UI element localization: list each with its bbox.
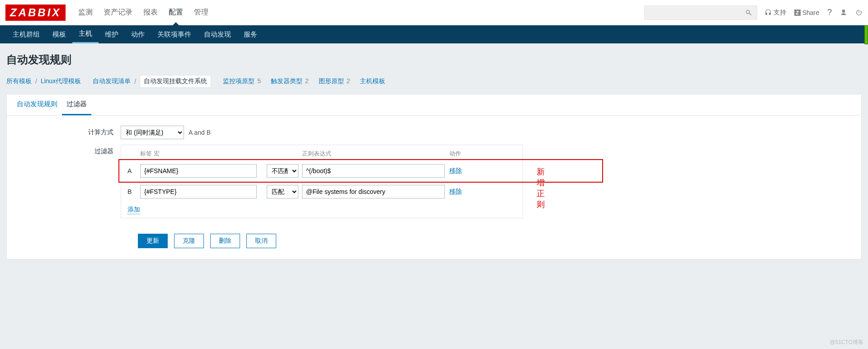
breadcrumb-link-item-prototypes[interactable]: 监控项原型 5 xyxy=(223,77,261,85)
breadcrumb-link-label: 主机模板 xyxy=(360,77,385,85)
share-label: Share xyxy=(802,9,819,16)
buttons-row: 更新 克隆 删除 取消 xyxy=(17,224,851,248)
sub-nav-hostgroups[interactable]: 主机群组 xyxy=(6,25,46,43)
main-nav: 监测 资产记录 报表 配置 管理 xyxy=(78,0,208,25)
add-filter-link[interactable]: 添加 xyxy=(127,206,140,214)
breadcrumb-template[interactable]: Linux代理模板 xyxy=(41,77,81,85)
share-link[interactable]: Z Share xyxy=(794,9,819,16)
sub-nav-templates[interactable]: 模板 xyxy=(46,25,72,43)
filter-row-tag: A xyxy=(127,167,140,174)
logo[interactable]: ZABBIX xyxy=(5,5,66,21)
sub-nav: 主机群组 模板 主机 维护 动作 关联项事件 自动发现 服务 xyxy=(0,25,868,43)
breadcrumb-link-label: 图形原型 xyxy=(319,77,344,85)
user-icon xyxy=(840,9,847,16)
form-area: 计算方式 和 (同时满足) A and B 过滤器 标签 宏 正则表达式 动作 xyxy=(7,116,861,248)
filter-row-a: A 不匹配 移除 xyxy=(121,160,523,181)
regex-input[interactable] xyxy=(302,185,445,198)
breadcrumb-sep: / xyxy=(134,78,136,85)
main-nav-configuration[interactable]: 配置 xyxy=(169,0,183,25)
breadcrumb: 所有模板 / Linux代理模板 自动发现清单 / 自动发现挂载文件系统 监控项… xyxy=(0,71,868,91)
operator-select[interactable]: 匹配 xyxy=(267,185,298,198)
sub-nav-discovery[interactable]: 自动发现 xyxy=(198,25,237,43)
page-title: 自动发现规则 xyxy=(6,52,862,67)
tab-discovery-rule[interactable]: 自动发现规则 xyxy=(12,94,62,115)
regex-input[interactable] xyxy=(302,164,445,178)
remove-link[interactable]: 移除 xyxy=(449,188,462,195)
annotation-text: 新增正则 xyxy=(537,166,545,210)
support-link[interactable]: 支持 xyxy=(764,9,786,17)
clone-button[interactable]: 克隆 xyxy=(174,234,204,248)
macro-input[interactable] xyxy=(140,185,257,198)
filter-row-b: B 匹配 移除 xyxy=(121,181,523,202)
breadcrumb-link-count: 5 xyxy=(257,77,261,85)
calc-label: 计算方式 xyxy=(17,126,121,137)
logout-link[interactable] xyxy=(855,9,863,16)
main-nav-administration[interactable]: 管理 xyxy=(194,0,208,25)
breadcrumb-link-label: 监控项原型 xyxy=(223,77,255,85)
form-card: 自动发现规则 过滤器 计算方式 和 (同时满足) A and B 过滤器 标签 … xyxy=(6,94,862,259)
main-nav-reports[interactable]: 报表 xyxy=(143,0,158,25)
row-calc-method: 计算方式 和 (同时满足) A and B xyxy=(17,126,851,139)
filter-label: 过滤器 xyxy=(17,145,121,156)
filter-row-tag: B xyxy=(127,188,140,195)
operator-select[interactable]: 不匹配 xyxy=(267,164,298,178)
sub-nav-services[interactable]: 服务 xyxy=(237,25,264,43)
breadcrumb-all-templates[interactable]: 所有模板 xyxy=(6,77,32,85)
breadcrumb-link-label: 触发器类型 xyxy=(271,77,302,85)
tab-filters[interactable]: 过滤器 xyxy=(62,94,91,115)
delete-button[interactable]: 删除 xyxy=(210,234,240,248)
header-regex: 正则表达式 xyxy=(302,150,449,158)
sub-nav-maintenance[interactable]: 维护 xyxy=(99,25,125,43)
watermark: @51CTO博客 xyxy=(830,339,863,346)
breadcrumb-discovery-list[interactable]: 自动发现清单 xyxy=(93,77,131,85)
cancel-button[interactable]: 取消 xyxy=(246,234,276,248)
calc-hint: A and B xyxy=(189,129,211,136)
profile-link[interactable] xyxy=(840,9,847,16)
filter-table-header: 标签 宏 正则表达式 动作 xyxy=(121,145,523,160)
header-macro: 标签 宏 xyxy=(140,150,267,158)
sub-nav-hosts[interactable]: 主机 xyxy=(72,25,99,43)
header-action: 动作 xyxy=(449,150,476,158)
breadcrumb-link-count: 2 xyxy=(347,77,350,85)
remove-link[interactable]: 移除 xyxy=(449,167,462,174)
breadcrumb-current: 自动发现挂载文件系统 xyxy=(140,75,211,88)
page-title-row: 自动发现规则 xyxy=(0,43,868,71)
share-z-icon: Z xyxy=(794,9,801,16)
breadcrumb-link-host-prototypes[interactable]: 主机模板 xyxy=(360,77,385,85)
calc-select[interactable]: 和 (同时满足) xyxy=(121,126,184,139)
breadcrumb-link-trigger-prototypes[interactable]: 触发器类型 2 xyxy=(271,77,309,85)
header: ZABBIX 监测 资产记录 报表 配置 管理 支持 Z Share ? xyxy=(0,0,868,25)
server-status-indicator[interactable] xyxy=(864,25,868,44)
main-nav-monitoring[interactable]: 监测 xyxy=(78,0,93,25)
breadcrumb-link-graph-prototypes[interactable]: 图形原型 2 xyxy=(319,77,350,85)
sub-nav-correlation[interactable]: 关联项事件 xyxy=(151,25,198,43)
headset-icon xyxy=(764,9,772,16)
power-icon xyxy=(855,9,863,16)
tabs: 自动发现规则 过滤器 xyxy=(7,94,861,116)
update-button[interactable]: 更新 xyxy=(138,234,168,248)
help-link[interactable]: ? xyxy=(827,8,832,17)
breadcrumb-sep: / xyxy=(35,78,37,85)
sub-nav-actions[interactable]: 动作 xyxy=(125,25,151,43)
breadcrumb-link-count: 2 xyxy=(305,77,309,85)
main-nav-inventory[interactable]: 资产记录 xyxy=(104,0,132,25)
row-filter-table: 过滤器 标签 宏 正则表达式 动作 A 不匹配 xyxy=(17,145,851,218)
header-actions: 支持 Z Share ? xyxy=(764,8,863,17)
macro-input[interactable] xyxy=(140,164,257,178)
search-icon xyxy=(745,9,752,16)
support-label: 支持 xyxy=(774,9,786,17)
search-input[interactable] xyxy=(644,5,757,20)
filter-table: 标签 宏 正则表达式 动作 A 不匹配 移除 xyxy=(121,145,523,218)
